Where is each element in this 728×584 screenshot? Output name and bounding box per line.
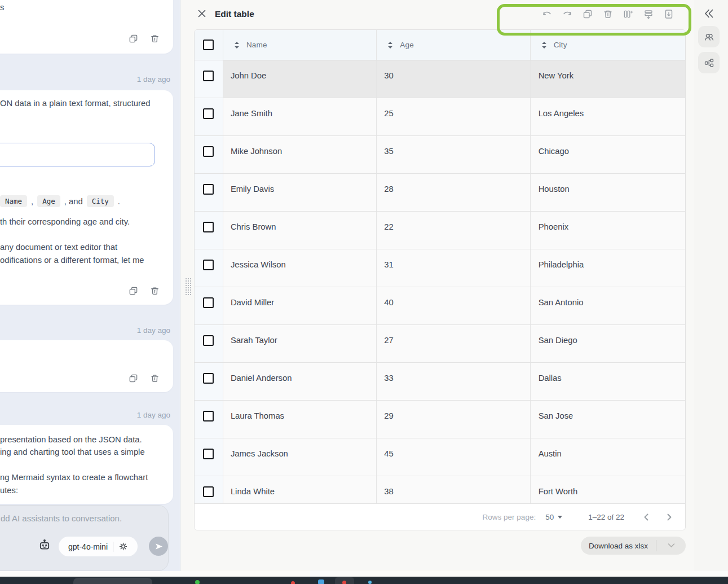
select-all-checkbox[interactable]	[203, 39, 214, 50]
send-button[interactable]	[149, 537, 168, 556]
taskbar-app-dot[interactable]	[291, 581, 295, 584]
cell-city[interactable]: Philadelphia	[531, 249, 685, 287]
cell-name[interactable]: David Miller	[223, 287, 377, 324]
delete-button[interactable]	[600, 4, 616, 24]
cell-city[interactable]: San Diego	[531, 325, 685, 362]
cell-city[interactable]: San Jose	[531, 401, 685, 438]
panel-resize-handle[interactable]	[185, 278, 191, 295]
row-checkbox[interactable]	[203, 146, 214, 157]
cell-name[interactable]: Sarah Taylor	[223, 325, 377, 362]
table-row[interactable]: Linda White 38 Fort Worth	[195, 476, 685, 504]
row-checkbox[interactable]	[203, 297, 214, 308]
cell-name[interactable]: James Jackson	[223, 438, 377, 476]
copy-icon[interactable]	[129, 374, 138, 383]
cell-age[interactable]: 38	[377, 476, 530, 504]
table-row[interactable]: Mike Johnson 35 Chicago	[195, 136, 685, 174]
table-row[interactable]: Sarah Taylor 27 San Diego	[195, 325, 685, 363]
row-checkbox[interactable]	[203, 486, 214, 497]
gear-icon[interactable]	[118, 542, 128, 551]
cell-city[interactable]: San Antonio	[531, 287, 685, 324]
system-taskbar[interactable]	[0, 577, 728, 584]
row-checkbox[interactable]	[203, 71, 214, 81]
column-header-name[interactable]: Name	[223, 30, 377, 60]
table-row[interactable]: James Jackson 45 Austin	[195, 438, 685, 476]
download-xlsx-button[interactable]: Download as xlsx	[581, 537, 686, 555]
sort-icon[interactable]	[541, 41, 547, 49]
cell-age[interactable]: 31	[377, 249, 530, 287]
column-header-age[interactable]: Age	[377, 30, 530, 60]
table-row[interactable]: David Miller 40 San Antonio	[195, 287, 685, 325]
cell-age[interactable]: 33	[377, 363, 530, 400]
cell-age[interactable]: 35	[377, 136, 530, 173]
cell-age[interactable]: 25	[377, 98, 530, 135]
trash-icon[interactable]	[150, 374, 160, 383]
cell-city[interactable]: Houston	[531, 174, 685, 211]
cell-age[interactable]: 27	[377, 325, 530, 362]
row-checkbox[interactable]	[203, 184, 214, 195]
row-checkbox[interactable]	[203, 411, 214, 421]
flowchart-button[interactable]	[698, 52, 720, 73]
next-page-button[interactable]	[661, 510, 676, 524]
cell-name[interactable]: Linda White	[223, 476, 377, 504]
cell-city[interactable]: Phoenix	[531, 212, 685, 249]
cell-name[interactable]: Jane Smith	[223, 98, 377, 135]
previous-page-button[interactable]	[639, 510, 654, 524]
close-button[interactable]	[197, 9, 207, 19]
cell-age[interactable]: 29	[377, 401, 530, 438]
cell-name[interactable]: John Doe	[223, 60, 377, 98]
redo-button[interactable]	[559, 4, 575, 24]
table-row[interactable]: Chris Brown 22 Phoenix	[195, 212, 685, 249]
copy-icon[interactable]	[129, 34, 138, 43]
sort-icon[interactable]	[234, 41, 240, 49]
row-checkbox[interactable]	[203, 373, 214, 384]
trash-icon[interactable]	[150, 286, 160, 296]
collapse-sidebar-button[interactable]	[702, 7, 716, 21]
rows-per-page-select[interactable]: 50	[545, 513, 562, 521]
add-row-button[interactable]	[641, 4, 656, 24]
cell-age[interactable]: 45	[377, 438, 530, 476]
model-selector[interactable]: gpt-4o-mini	[59, 537, 138, 556]
cell-city[interactable]: Chicago	[531, 136, 685, 173]
undo-button[interactable]	[539, 4, 555, 24]
row-checkbox[interactable]	[203, 108, 214, 119]
cell-name[interactable]: Daniel Anderson	[223, 363, 377, 400]
cell-city[interactable]: Austin	[531, 438, 685, 476]
cell-name[interactable]: Chris Brown	[223, 212, 377, 249]
assistant-robot-button[interactable]	[37, 538, 52, 553]
cell-name[interactable]: Laura Thomas	[223, 401, 377, 438]
cell-age[interactable]: 40	[377, 287, 530, 324]
taskbar-app-dot[interactable]	[342, 581, 346, 584]
table-row[interactable]: Jessica Wilson 31 Philadelphia	[195, 249, 685, 287]
row-checkbox[interactable]	[203, 260, 214, 270]
row-checkbox[interactable]	[203, 335, 214, 346]
cell-city[interactable]: Dallas	[531, 363, 685, 400]
row-checkbox[interactable]	[203, 222, 214, 232]
cell-city[interactable]: Los Angeles	[531, 98, 685, 135]
sort-icon[interactable]	[387, 41, 393, 49]
duplicate-button[interactable]	[580, 4, 595, 24]
table-row[interactable]: Emily Davis 28 Houston	[195, 174, 685, 212]
table-row[interactable]: Laura Thomas 29 San Jose	[195, 401, 685, 438]
message-composer[interactable]: dd AI assistants to conversation. gpt-4o…	[0, 505, 169, 571]
column-header-city[interactable]: City	[531, 30, 685, 60]
taskbar-active-app[interactable]	[335, 577, 354, 584]
inline-input-box[interactable]	[0, 143, 155, 166]
cell-name[interactable]: Emily Davis	[223, 174, 377, 211]
table-row[interactable]: John Doe 30 New York	[195, 60, 685, 98]
row-checkbox[interactable]	[203, 449, 214, 459]
cell-name[interactable]: Jessica Wilson	[223, 249, 377, 287]
cell-city[interactable]: Fort Worth	[531, 476, 685, 504]
cell-city[interactable]: New York	[531, 60, 685, 98]
trash-icon[interactable]	[150, 34, 160, 43]
export-file-button[interactable]	[661, 4, 677, 24]
taskbar-search[interactable]	[73, 578, 152, 584]
download-options-toggle[interactable]	[656, 543, 686, 548]
cell-age[interactable]: 22	[377, 212, 530, 249]
taskbar-app-dot[interactable]	[195, 580, 200, 584]
participants-button[interactable]	[698, 26, 720, 47]
copy-icon[interactable]	[129, 286, 138, 296]
add-column-button[interactable]	[620, 4, 636, 24]
cell-age[interactable]: 28	[377, 174, 530, 211]
taskbar-app-dot[interactable]	[318, 579, 324, 584]
table-row[interactable]: Jane Smith 25 Los Angeles	[195, 98, 685, 136]
